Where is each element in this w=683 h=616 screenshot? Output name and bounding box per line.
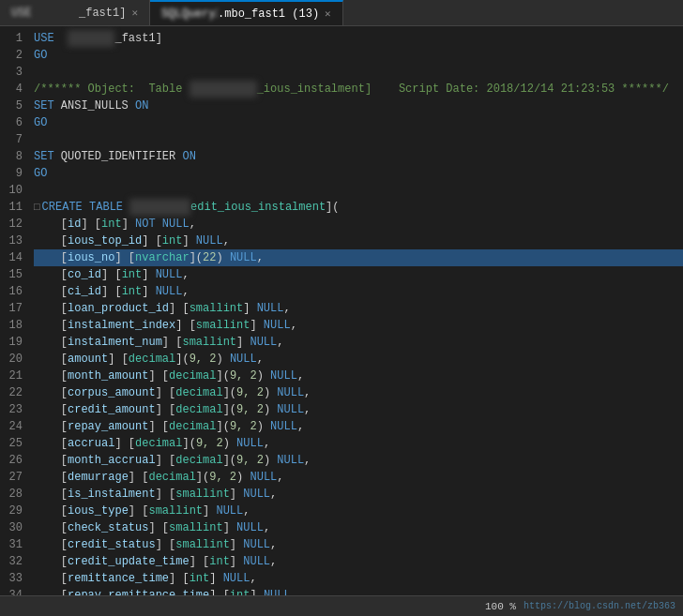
line-num-10: 10 xyxy=(0,182,30,199)
code-line-32: [credit_update_time] [int] NULL, xyxy=(34,553,683,570)
tab-1[interactable]: USE _fast1] ✕ xyxy=(0,0,150,25)
col-token: ious_top_id xyxy=(68,233,142,249)
punc-token: ]( xyxy=(190,249,203,266)
kw2-token: int xyxy=(209,553,230,570)
kw-token: TABLE xyxy=(89,199,123,216)
code-line-10 xyxy=(34,182,683,199)
col-token: accrual xyxy=(68,435,114,452)
punc-token: [ xyxy=(34,249,68,266)
punc-token: [ xyxy=(34,216,68,233)
code-line-25: [accrual] [decimal](9, 2) NULL, xyxy=(34,435,683,452)
kw-token: SET xyxy=(34,98,54,114)
num-token: 9, 2 xyxy=(196,435,223,452)
code-line-18: [instalment_index] [smallint] NULL, xyxy=(34,317,683,334)
punc-token: ] [ xyxy=(175,317,196,334)
kw-token: NULL xyxy=(156,283,183,300)
kw-token: GO xyxy=(34,114,47,131)
kw2-token: smallint xyxy=(169,519,223,536)
kw2-token: int xyxy=(101,216,122,233)
col-token: credit_status xyxy=(68,536,156,553)
kw2-token: smallint xyxy=(175,486,230,503)
cm-token: _ious_instalment] Script Date: 2018/12/1… xyxy=(257,81,669,98)
punc-token: _fast1] xyxy=(114,30,161,47)
punc-token: ]( xyxy=(216,368,229,384)
num-token: 9, 2 xyxy=(236,401,264,418)
col-token: is_instalment xyxy=(68,486,156,503)
code-line-8: SET QUOTED_IDENTIFIER ON xyxy=(34,148,683,165)
tab-2[interactable]: SQLQuery2.. .mbo_fast1 (13) ✕ xyxy=(150,0,343,25)
code-line-20: [amount] [decimal](9, 2) NULL, xyxy=(34,351,683,368)
kw2-token: decimal xyxy=(175,401,222,418)
line-num-2: 2 xyxy=(0,47,30,64)
punc-token: ) xyxy=(257,418,270,435)
kw2-token: int xyxy=(230,587,250,595)
punc-token: , xyxy=(257,249,264,266)
punc-token: ] [ xyxy=(209,587,230,595)
kw-token: ON xyxy=(182,148,195,165)
code-line-30: [check_status] [smallint] NULL, xyxy=(34,519,683,536)
code-line-4: /****** Object: Table _ious_instalment] … xyxy=(34,81,683,98)
num-token: 9, 2 xyxy=(230,418,257,435)
punc-token: ] [ xyxy=(156,452,176,469)
kw-token: ON xyxy=(135,98,148,114)
punc-token: [ xyxy=(34,553,68,570)
code-area: 1234567891011121314151617181920212223242… xyxy=(0,26,683,595)
punc-token: ] [ xyxy=(169,300,190,317)
tab-1-label: USE xyxy=(11,7,79,20)
punc-token: [ xyxy=(34,486,68,503)
line-num-9: 9 xyxy=(0,165,30,182)
punc-token: ] [ xyxy=(101,266,122,283)
code-line-19: [instalment_num] [smallint] NULL, xyxy=(34,334,683,351)
punc-token: ] [ xyxy=(148,519,169,536)
punc-token: ] xyxy=(230,536,243,553)
punc-token: , xyxy=(270,486,277,503)
code-line-5: SET ANSI_NULLS ON xyxy=(34,98,683,114)
punc-token: [ xyxy=(34,300,68,317)
line-num-34: 34 xyxy=(0,587,30,595)
zoom-bar: 100 % https://blog.csdn.net/zb363 xyxy=(0,595,683,616)
num-token: 9, 2 xyxy=(190,351,217,368)
col-token: ci_id xyxy=(68,283,101,300)
kw-token: NULL xyxy=(243,536,270,553)
code-line-22: [corpus_amount] [decimal](9, 2) NULL, xyxy=(34,384,683,401)
line-num-19: 19 xyxy=(0,334,30,351)
line-num-30: 30 xyxy=(0,519,30,536)
punc-token: ] xyxy=(142,266,155,283)
punc-token: ] [ xyxy=(162,334,183,351)
code-line-31: [credit_status] [smallint] NULL, xyxy=(34,536,683,553)
kw-token: NULL xyxy=(162,216,190,233)
punc-token: ] [ xyxy=(169,570,190,587)
tab-1-close[interactable]: ✕ xyxy=(131,7,138,19)
punc-token: ] [ xyxy=(142,233,162,249)
code-line-2: GO xyxy=(34,47,683,64)
punc-token: , xyxy=(182,283,189,300)
code-line-7 xyxy=(34,131,683,148)
col-token: check_status xyxy=(68,519,148,536)
col-token: month_accrual xyxy=(68,452,156,469)
col-token: amount xyxy=(68,351,108,368)
punc-token: , xyxy=(250,570,256,587)
col-token: instalment_num xyxy=(68,334,162,351)
punc-token: [ xyxy=(34,266,68,283)
code-line-16: [ci_id] [int] NULL, xyxy=(34,283,683,300)
tab-2-close[interactable]: ✕ xyxy=(325,8,331,20)
punc-token: , xyxy=(182,266,189,283)
punc-token: [ xyxy=(34,570,68,587)
kw-token: SET xyxy=(34,148,54,165)
punc-token: [ xyxy=(34,503,68,519)
num-token: 9, 2 xyxy=(230,368,257,384)
blurred-text xyxy=(68,30,114,47)
line-num-15: 15 xyxy=(0,266,30,283)
punc-token: , xyxy=(297,418,304,435)
line-num-27: 27 xyxy=(0,469,30,486)
kw-token: NULL xyxy=(223,570,250,587)
punc-token: ] [ xyxy=(114,435,135,452)
kw-token: NULL xyxy=(196,233,223,249)
kw-token: NULL xyxy=(270,418,297,435)
line-num-13: 13 xyxy=(0,233,30,249)
editor-container: USE _fast1] ✕ SQLQuery2.. .mbo_fast1 (13… xyxy=(0,0,683,616)
code-line-15: [co_id] [int] NULL, xyxy=(34,266,683,283)
col-token: corpus_amount xyxy=(68,384,156,401)
col-token: repay_amount xyxy=(68,418,148,435)
kw2-token: nvarchar xyxy=(135,249,190,266)
